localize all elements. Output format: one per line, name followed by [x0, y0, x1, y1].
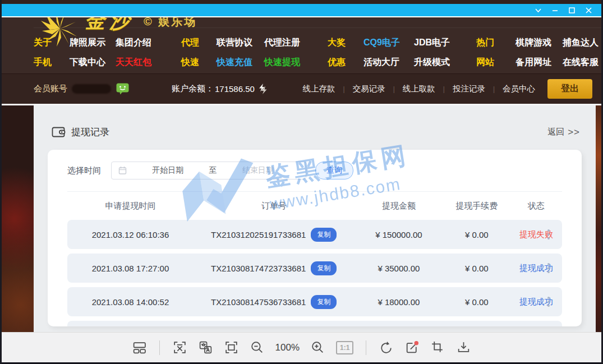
balance-value: 171586.50	[215, 84, 255, 94]
date-range-input[interactable]: 开始日期 至 结束日期	[111, 162, 306, 179]
nav-item[interactable]: 关于	[34, 35, 70, 50]
order-number: TX210312025191733681	[211, 230, 306, 239]
toolbar-divider	[159, 340, 160, 355]
col-header-time: 申请提现时间	[67, 201, 194, 211]
nav-item[interactable]: 棋牌游戏	[515, 35, 563, 50]
back-arrows-icon: >>	[568, 127, 580, 138]
member-center-link[interactable]: 会员中心	[503, 84, 535, 94]
window-top-strip	[2, 0, 601, 4]
row-menu-icon[interactable]	[547, 297, 550, 307]
viewer-toolbar: 100% 1:1	[2, 332, 601, 362]
nav-item[interactable]: 优惠	[328, 54, 363, 70]
zoom-level-label[interactable]: 100%	[275, 342, 300, 353]
nav-item[interactable]: 联营协议	[217, 35, 264, 50]
actual-size-icon[interactable]: 1:1	[336, 341, 353, 354]
status-badge: 提现成功	[510, 297, 562, 307]
site-header: 金沙 © 娱乐场 关于 牌照展示 集团介绍 代理 联营协议 代理注册 大奖 CQ…	[2, 17, 601, 73]
nav-item[interactable]: 升级模式	[414, 54, 476, 70]
calendar-icon	[118, 166, 127, 175]
copy-button[interactable]: 复制	[311, 261, 337, 275]
maximize-icon[interactable]	[568, 7, 576, 14]
page-title: 提现记录	[52, 126, 109, 139]
copy-button[interactable]: 复制	[311, 228, 337, 242]
app-window: 金沙 © 娱乐场 关于 牌照展示 集团介绍 代理 联营协议 代理注册 大奖 CQ…	[0, 0, 603, 364]
nav-item[interactable]: 备用网址	[515, 54, 563, 70]
minimize-icon[interactable]	[551, 7, 559, 14]
nav-item[interactable]: CQ9电子	[363, 35, 414, 50]
withdraw-amount: ¥ 18000.00	[355, 297, 444, 307]
nav-item[interactable]: 代理注册	[264, 35, 328, 50]
table-row-partial	[67, 321, 562, 326]
nav-item[interactable]: 热门	[476, 35, 515, 50]
withdraw-time: 2021.03.12 06:10:36	[67, 230, 194, 239]
fit-screen-icon[interactable]	[224, 340, 239, 355]
nav-item[interactable]: 快速提现	[264, 54, 328, 70]
col-header-status: 状态	[510, 201, 562, 211]
nav-item[interactable]: 捕鱼达人	[563, 35, 601, 50]
refresh-balance-icon[interactable]	[258, 84, 268, 94]
edit-icon[interactable]	[404, 340, 420, 355]
records-card: 选择时间 开始日期 至 结束日期 查询	[48, 150, 582, 326]
nav-item[interactable]: 快速	[181, 54, 217, 70]
toolbar-divider	[366, 340, 366, 355]
table-header: 申请提现时间 订单号 提现金额 提现手续费 状态	[67, 192, 562, 220]
online-deposit-link[interactable]: 线上存款	[303, 84, 335, 94]
nav-item[interactable]: 活动大厅	[363, 54, 414, 70]
background-image-right	[596, 105, 601, 332]
chevron-down-icon[interactable]	[535, 7, 542, 14]
rotate-icon[interactable]	[379, 340, 394, 355]
transaction-records-link[interactable]: 交易记录	[353, 84, 385, 94]
nav-item[interactable]: 牌照展示	[70, 35, 116, 50]
col-header-fee: 提现手续费	[443, 201, 510, 211]
nav-item[interactable]: 网站	[476, 54, 515, 70]
member-account-label: 会员账号	[34, 84, 67, 94]
background-image-left	[2, 105, 34, 332]
nav-item[interactable]: 大奖	[328, 35, 363, 50]
nav-item[interactable]: 快速充值	[217, 54, 264, 70]
col-header-amount: 提现金额	[355, 201, 444, 211]
nav-item[interactable]: JDB电子	[414, 35, 476, 50]
withdraw-fee: ¥ 0.00	[443, 230, 510, 239]
balance-label: 账户余额：	[172, 84, 214, 94]
withdraw-time: 2021.03.08 17:27:00	[67, 264, 194, 273]
status-badge: 提现成功	[510, 263, 562, 274]
nav-item[interactable]: 下载中心	[70, 54, 116, 70]
end-date-placeholder[interactable]: 结束日期	[217, 165, 300, 176]
nav-item[interactable]: 代理	[181, 35, 217, 50]
row-menu-icon[interactable]	[547, 263, 550, 273]
nav-item[interactable]: 集团介绍	[116, 35, 181, 50]
row-menu-icon[interactable]	[547, 229, 550, 239]
nav-item[interactable]: 手机	[34, 54, 70, 70]
copy-button[interactable]: 复制	[311, 295, 337, 309]
member-username-redacted	[72, 84, 111, 94]
wallet-icon	[52, 126, 66, 138]
layout-panels-icon[interactable]	[132, 340, 147, 355]
withdraw-fee: ¥ 0.00	[443, 264, 510, 273]
table-row: 2021.03.08 14:00:52 TX210308147536733681…	[67, 287, 562, 316]
download-icon[interactable]	[456, 340, 471, 355]
close-icon[interactable]	[585, 7, 592, 14]
main-nav: 关于 牌照展示 集团介绍 代理 联营协议 代理注册 大奖 CQ9电子 JDB电子…	[34, 27, 601, 70]
logout-button[interactable]: 登出	[547, 79, 592, 99]
online-withdraw-link[interactable]: 线上取款	[403, 84, 435, 94]
zoom-in-icon[interactable]	[310, 340, 325, 355]
nav-item[interactable]: 在线客服	[563, 54, 601, 70]
col-header-order: 订单号	[194, 201, 355, 211]
withdraw-amount: ¥ 150000.00	[355, 230, 444, 239]
order-number: TX210308174723733681	[211, 264, 306, 273]
withdraw-time: 2021.03.08 14:00:52	[67, 297, 194, 307]
back-link[interactable]: 返回>>	[547, 127, 580, 138]
ocr-capture-icon[interactable]	[172, 340, 187, 355]
status-badge: 提现失败	[510, 229, 562, 240]
betting-records-link[interactable]: 投注记录	[453, 84, 485, 94]
filter-label: 选择时间	[67, 165, 101, 176]
zoom-out-icon[interactable]	[250, 340, 265, 355]
crop-icon[interactable]	[430, 340, 445, 355]
nav-item[interactable]: 天天红包	[116, 54, 181, 70]
start-date-placeholder[interactable]: 开始日期	[127, 165, 209, 176]
table-row: 2021.03.08 17:27:00 TX210308174723733681…	[67, 254, 562, 283]
chat-icon[interactable]	[116, 83, 129, 95]
search-button[interactable]: 查询	[315, 162, 353, 179]
translate-icon[interactable]	[198, 340, 213, 355]
order-number: TX210308147536733681	[211, 297, 306, 307]
